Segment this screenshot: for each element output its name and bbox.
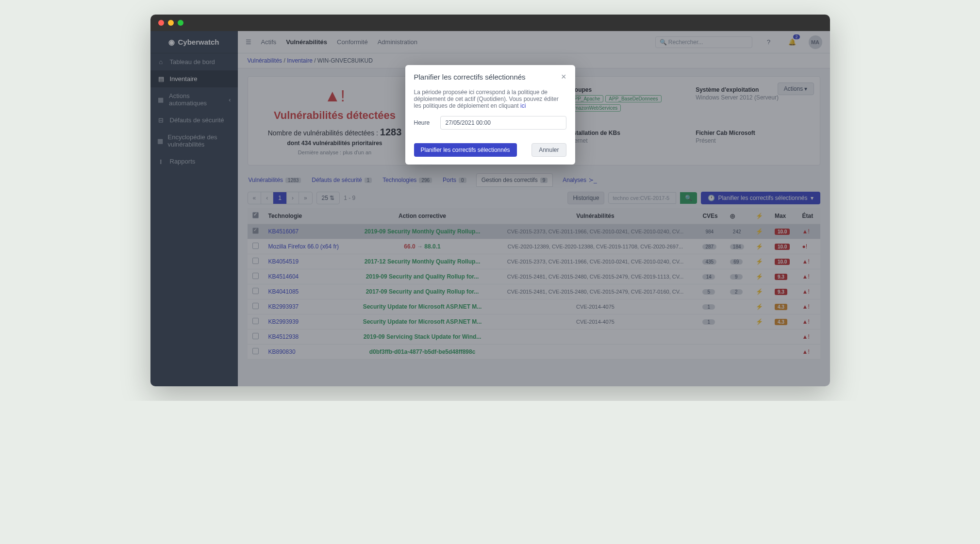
schedule-modal: Planifier les correctifs sélectionnés × … xyxy=(405,65,575,165)
modal-overlay[interactable]: Planifier les correctifs sélectionnés × … xyxy=(150,31,830,386)
modal-title: Planifier les correctifs sélectionnés xyxy=(414,73,526,81)
window-minimize[interactable] xyxy=(168,20,174,26)
modal-close-button[interactable]: × xyxy=(561,72,566,82)
cancel-button[interactable]: Annuler xyxy=(532,143,566,157)
time-label: Heure xyxy=(414,119,433,126)
modal-policy-link[interactable]: ici xyxy=(520,102,526,109)
window-maximize[interactable] xyxy=(178,20,183,26)
window-titlebar xyxy=(150,15,830,31)
datetime-input[interactable] xyxy=(440,116,566,130)
modal-description: La période proposée ici correspond à la … xyxy=(414,89,559,109)
window-close[interactable] xyxy=(158,20,164,26)
confirm-schedule-button[interactable]: Planifier les correctifs sélectionnés xyxy=(414,143,517,157)
